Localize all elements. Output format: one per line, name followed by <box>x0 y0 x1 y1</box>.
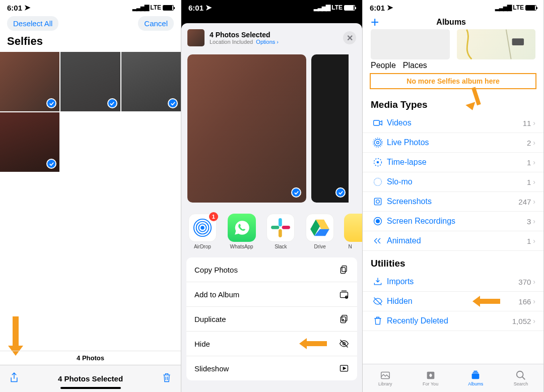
chevron-right-icon: › <box>533 198 535 206</box>
status-time: 6:01 <box>7 4 22 12</box>
live-photos-row[interactable]: Live Photos2› <box>363 133 543 153</box>
home-indicator[interactable] <box>60 387 121 389</box>
photo-thumb[interactable] <box>60 52 120 111</box>
whatsapp-app[interactable]: WhatsApp <box>227 214 257 249</box>
recordings-row[interactable]: Screen Recordings3› <box>363 212 543 231</box>
chevron-right-icon: › <box>533 237 535 245</box>
close-button[interactable]: ✕ <box>343 31 356 44</box>
photo-thumb[interactable] <box>121 52 181 111</box>
hidden-icon <box>373 296 383 306</box>
slomo-icon <box>373 177 383 187</box>
selected-check-icon <box>46 159 56 169</box>
options-link[interactable]: Options › <box>256 39 279 45</box>
app-label: AirDrop <box>187 244 218 249</box>
library-icon <box>379 370 391 381</box>
annotation-callout: No more Selfies album here <box>370 73 536 89</box>
row-count: 166 <box>518 297 533 306</box>
screenshots-row[interactable]: Screenshots247› <box>363 192 543 212</box>
chevron-right-icon: › <box>533 158 535 166</box>
album-icon <box>339 289 349 299</box>
live-photo-icon <box>373 138 383 148</box>
hide-action[interactable]: Hide <box>186 332 357 356</box>
tab-foryou[interactable]: For You <box>408 364 453 392</box>
battery-icon <box>163 5 174 11</box>
photo-thumb[interactable] <box>0 112 59 172</box>
timelapse-row[interactable]: Time-lapse1› <box>363 153 543 172</box>
tab-albums[interactable]: Albums <box>453 364 499 392</box>
timelapse-icon <box>373 157 383 167</box>
signal-icon: ▂▃▅▇ <box>495 4 511 11</box>
selected-check-icon <box>46 98 56 108</box>
svg-point-27 <box>376 220 380 223</box>
airdrop-app[interactable]: 1 AirDrop <box>187 214 218 249</box>
app-label: Slack <box>266 244 296 249</box>
places-album-thumb[interactable] <box>457 29 536 59</box>
app-label: WhatsApp <box>227 244 257 249</box>
photo-thumb[interactable] <box>0 52 59 111</box>
animated-row[interactable]: Animated1› <box>363 231 543 251</box>
sheet-subtitle: Location Included <box>210 39 253 45</box>
notes-icon <box>344 214 362 242</box>
svg-rect-30 <box>472 373 480 379</box>
row-count: 2 <box>527 139 533 147</box>
delete-button[interactable] <box>162 372 172 385</box>
tab-bar: Library For You Albums Search <box>363 364 543 392</box>
tab-search[interactable]: Search <box>498 364 543 392</box>
status-bar: 6:01➤ ▂▃▅▇LTE <box>363 0 543 14</box>
add-to-album-action[interactable]: Add to Album <box>186 282 357 307</box>
sheet-title: 4 Photos Selected <box>210 31 338 39</box>
row-label: Recently Deleted <box>385 316 512 325</box>
location-icon: ➤ <box>24 3 31 12</box>
svg-point-23 <box>374 178 382 186</box>
location-icon: ➤ <box>387 3 393 12</box>
add-album-button[interactable]: + <box>371 17 379 27</box>
videos-row[interactable]: Videos11› <box>363 113 543 133</box>
page-title: Albums <box>436 18 466 27</box>
duplicate-action[interactable]: Duplicate <box>186 307 357 332</box>
recently-deleted-row[interactable]: Recently Deleted1,052› <box>363 311 543 331</box>
svg-rect-31 <box>473 372 479 373</box>
photo-grid <box>0 52 181 172</box>
share-button[interactable] <box>9 372 19 386</box>
airdrop-badge: 1 <box>209 212 218 221</box>
row-count: 1 <box>527 158 533 167</box>
selected-check-icon <box>291 187 301 198</box>
hidden-row[interactable]: Hidden 166› <box>363 292 543 311</box>
preview-photo[interactable] <box>187 54 306 203</box>
drive-app[interactable]: Drive <box>305 214 335 249</box>
slomo-row[interactable]: Slo-mo1› <box>363 172 543 192</box>
utilities-header: Utilities <box>363 251 543 272</box>
preview-photo[interactable] <box>311 54 349 203</box>
notes-app[interactable]: N <box>344 214 356 249</box>
row-label: Screenshots <box>385 197 518 206</box>
screenshot-icon <box>373 197 383 207</box>
tab-library[interactable]: Library <box>363 364 408 392</box>
action-label: Add to Album <box>194 290 239 299</box>
svg-point-18 <box>377 142 379 144</box>
slack-app[interactable]: Slack <box>266 214 296 249</box>
import-icon <box>373 277 383 287</box>
network-label: LTE <box>513 4 524 11</box>
imports-row[interactable]: Imports370› <box>363 272 543 292</box>
copy-photos-action[interactable]: Copy Photos <box>186 257 357 282</box>
slideshow-action[interactable]: Slideshow <box>186 356 357 380</box>
cancel-button[interactable]: Cancel <box>138 16 174 31</box>
chevron-right-icon: › <box>533 217 535 225</box>
svg-rect-8 <box>342 266 347 272</box>
status-time: 6:01 <box>370 4 385 12</box>
share-apps-row[interactable]: 1 AirDrop WhatsApp Slack Drive N <box>181 210 362 252</box>
chevron-right-icon: › <box>533 317 535 325</box>
duplicate-icon <box>339 314 349 324</box>
row-label: Animated <box>385 236 527 245</box>
deselect-all-button[interactable]: Deselect All <box>7 16 58 31</box>
share-sheet: 4 Photos Selected Location Included Opti… <box>181 23 362 392</box>
chevron-right-icon: › <box>533 139 535 147</box>
annotation-arrow-icon <box>472 296 500 307</box>
row-count: 3 <box>527 217 533 226</box>
selected-check-icon <box>168 98 178 108</box>
battery-icon <box>525 5 536 11</box>
copy-icon <box>339 265 349 275</box>
people-label: People <box>371 61 396 70</box>
battery-icon <box>344 5 355 11</box>
people-album-thumb[interactable] <box>371 29 450 59</box>
